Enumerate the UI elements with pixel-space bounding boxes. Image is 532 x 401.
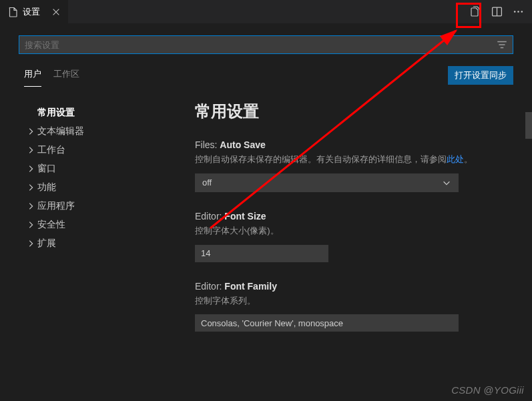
- file-icon: [8, 7, 19, 17]
- sidebar-item-security[interactable]: 安全性: [37, 216, 182, 234]
- chevron-right-icon: [25, 239, 36, 248]
- tab-settings[interactable]: 设置: [0, 0, 68, 23]
- setting-description: 控制字体大小(像素)。: [195, 224, 505, 238]
- sidebar-item-extensions[interactable]: 扩展: [37, 234, 182, 253]
- tab-title: 设置: [23, 6, 40, 18]
- sidebar-item-application[interactable]: 应用程序: [37, 197, 182, 216]
- svg-point-4: [521, 11, 523, 13]
- sidebar-item-label: 常用设置: [37, 107, 75, 119]
- search-row: [0, 23, 532, 61]
- setting-files-autosave: Files: Auto Save 控制自动保存未保存的编辑器。有关自动保存的详细…: [195, 139, 505, 192]
- sidebar-item-label: 窗口: [37, 163, 56, 175]
- scope-tab-workspace[interactable]: 工作区: [53, 64, 79, 87]
- sidebar-item-window[interactable]: 窗口: [37, 159, 182, 178]
- setting-description: 控制字体系列。: [195, 294, 505, 308]
- scrollbar[interactable]: [525, 112, 532, 139]
- sidebar-item-common[interactable]: 常用设置: [37, 103, 182, 122]
- setting-description: 控制自动保存未保存的编辑器。有关自动保存的详细信息，请参阅此处。: [195, 153, 505, 167]
- tab-actions: [461, 6, 532, 18]
- sidebar-item-label: 功能: [37, 181, 56, 193]
- chevron-right-icon: [25, 127, 36, 136]
- sidebar-item-label: 工作台: [37, 144, 65, 156]
- sidebar-item-features[interactable]: 功能: [37, 178, 182, 197]
- sidebar-item-label: 应用程序: [37, 200, 75, 212]
- select-value: off: [202, 177, 212, 187]
- sidebar-item-label: 扩展: [37, 238, 56, 250]
- sidebar-item-label: 文本编辑器: [37, 125, 84, 137]
- autosave-doc-link[interactable]: 此处: [447, 154, 464, 164]
- scope-row: 用户 工作区 打开设置同步: [0, 61, 532, 86]
- filter-icon[interactable]: [496, 39, 508, 51]
- scope-tab-user[interactable]: 用户: [24, 64, 41, 87]
- setting-label: Editor: Font Size: [195, 211, 505, 222]
- more-icon[interactable]: [512, 6, 524, 18]
- search-input[interactable]: [19, 35, 513, 54]
- sidebar-item-label: 安全性: [37, 219, 65, 231]
- chevron-right-icon: [25, 183, 36, 192]
- chevron-right-icon: [25, 220, 36, 230]
- settings-sidebar: 常用设置 文本编辑器 工作台 窗口 功能 应用程序 安全性: [0, 98, 182, 397]
- section-title: 常用设置: [195, 101, 505, 122]
- chevron-right-icon: [25, 145, 36, 155]
- fontsize-input[interactable]: [195, 245, 328, 262]
- setting-editor-fontsize: Editor: Font Size 控制字体大小(像素)。: [195, 211, 505, 262]
- sidebar-item-workbench[interactable]: 工作台: [37, 141, 182, 159]
- svg-point-3: [517, 11, 519, 13]
- open-settings-sync-button[interactable]: 打开设置同步: [448, 66, 513, 85]
- chevron-down-icon: [442, 178, 451, 187]
- fontfamily-input[interactable]: [195, 314, 459, 332]
- close-icon[interactable]: [51, 7, 61, 17]
- svg-point-2: [513, 11, 515, 13]
- setting-label: Editor: Font Family: [195, 281, 505, 292]
- sidebar-item-text-editor[interactable]: 文本编辑器: [37, 122, 182, 141]
- chevron-right-icon: [25, 164, 36, 173]
- split-editor-icon[interactable]: [491, 6, 503, 18]
- setting-label: Files: Auto Save: [195, 139, 505, 150]
- open-json-icon[interactable]: [469, 6, 481, 18]
- tab-bar: 设置: [0, 0, 532, 23]
- setting-editor-fontfamily: Editor: Font Family 控制字体系列。: [195, 281, 505, 332]
- settings-content: 常用设置 Files: Auto Save 控制自动保存未保存的编辑器。有关自动…: [182, 98, 532, 397]
- chevron-right-icon: [25, 202, 36, 211]
- autosave-select[interactable]: off: [195, 173, 459, 192]
